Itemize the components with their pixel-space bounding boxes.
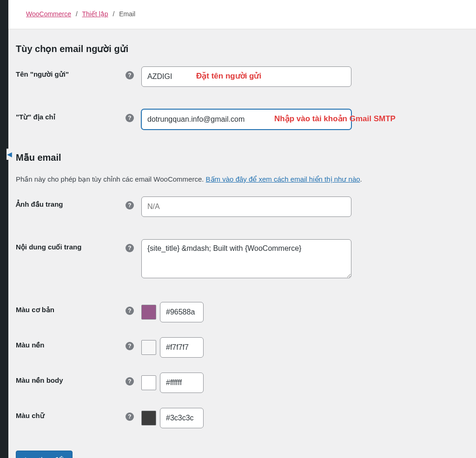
row-base-color: Màu cơ bản ? — [16, 302, 469, 322]
template-desc-prefix: Phần này cho phép bạn tùy chỉnh các emai… — [16, 175, 206, 183]
label-from-name: Tên "người gửi" — [16, 66, 126, 79]
breadcrumb-sep: / — [76, 10, 78, 18]
save-button[interactable]: Lưu thay đổi — [16, 451, 73, 458]
body-bg-color-input[interactable] — [160, 373, 204, 393]
help-icon[interactable]: ? — [126, 412, 134, 421]
help-icon[interactable]: ? — [126, 71, 134, 79]
label-header-image: Ảnh đầu trang — [16, 196, 126, 209]
section-template-title: Mẫu email — [16, 152, 469, 163]
label-footer-text: Nội dung cuối trang — [16, 239, 126, 251]
template-desc-suffix: . — [360, 175, 362, 183]
breadcrumb: WooCommerce / Thiết lập / Email — [8, 0, 476, 29]
label-from-address: "Từ" địa chỉ — [16, 109, 126, 121]
from-name-input[interactable] — [141, 66, 351, 87]
text-color-input[interactable] — [160, 408, 204, 428]
breadcrumb-current: Email — [119, 10, 135, 18]
row-body-bg-color: Màu nền body ? — [16, 373, 469, 393]
bg-color-swatch[interactable] — [141, 340, 156, 355]
row-text-color: Màu chữ ? — [16, 408, 469, 428]
from-address-input[interactable] — [141, 109, 351, 130]
bg-color-input[interactable] — [160, 337, 204, 358]
label-text-color: Màu chữ — [16, 408, 126, 420]
help-icon[interactable]: ? — [126, 342, 134, 350]
breadcrumb-woocommerce[interactable]: WooCommerce — [26, 10, 71, 18]
settings-content: Tùy chọn email người gửi Tên "người gửi"… — [8, 29, 476, 458]
help-icon[interactable]: ? — [126, 114, 134, 122]
base-color-swatch[interactable] — [141, 305, 156, 320]
text-color-swatch[interactable] — [141, 411, 156, 425]
template-preview-link[interactable]: Bấm vào đây để xem cách email hiển thị n… — [206, 175, 360, 183]
base-color-input[interactable] — [160, 302, 204, 322]
breadcrumb-sep: / — [112, 10, 114, 18]
help-icon[interactable]: ? — [126, 307, 134, 315]
row-header-image: Ảnh đầu trang ? — [16, 196, 469, 217]
footer-text-input[interactable] — [141, 239, 351, 278]
label-body-bg-color: Màu nền body — [16, 373, 126, 385]
header-image-input[interactable] — [141, 196, 351, 217]
admin-sidebar-collapsed: ◀ — [0, 0, 8, 458]
body-bg-color-swatch[interactable] — [141, 375, 156, 390]
row-from-address: "Từ" địa chỉ ? Nhập vào tài khoản Gmail … — [16, 109, 469, 130]
row-from-name: Tên "người gửi" ? Đặt tên người gửi — [16, 66, 469, 87]
label-bg-color: Màu nền — [16, 337, 126, 349]
row-bg-color: Màu nền ? — [16, 337, 469, 358]
section-sender-options-title: Tùy chọn email người gửi — [16, 43, 469, 54]
label-base-color: Màu cơ bản — [16, 302, 126, 314]
help-icon[interactable]: ? — [126, 377, 134, 386]
help-icon[interactable]: ? — [126, 244, 134, 252]
sidebar-collapse-toggle[interactable]: ◀ — [7, 149, 12, 160]
breadcrumb-settings[interactable]: Thiết lập — [82, 10, 108, 18]
row-footer-text: Nội dung cuối trang ? — [16, 239, 469, 280]
help-icon[interactable]: ? — [126, 201, 134, 209]
template-desc: Phần này cho phép bạn tùy chỉnh các emai… — [16, 175, 469, 183]
